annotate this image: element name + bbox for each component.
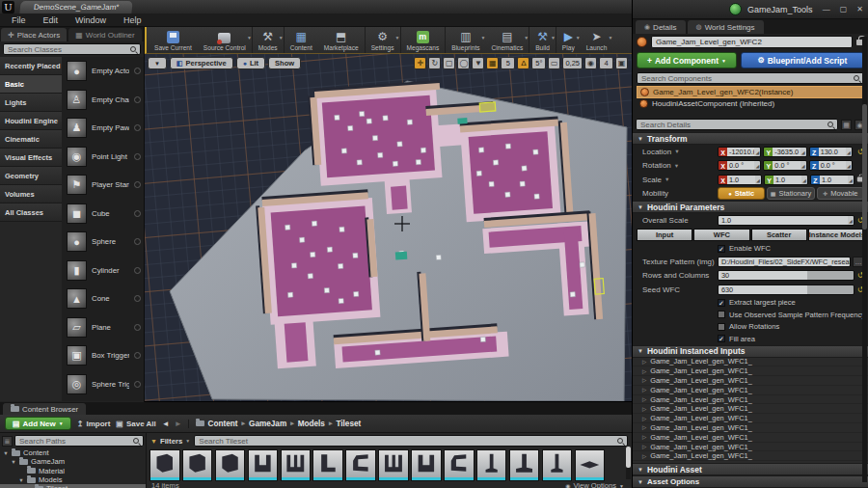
sources-toggle-icon[interactable]: ≣ bbox=[2, 436, 13, 447]
rows-columns-field[interactable]: 30 bbox=[718, 270, 854, 281]
parameter-tab-button[interactable]: Instance Models bbox=[808, 229, 864, 241]
instanced-input-row[interactable]: ▷ Game_Jam_Level_gen_WFC1_ bbox=[633, 366, 868, 376]
asset-thumbnail[interactable] bbox=[281, 449, 312, 481]
scale-tool-button[interactable]: ▢ bbox=[443, 57, 455, 69]
menu-item[interactable]: Help bbox=[116, 15, 149, 25]
asset-thumbnail[interactable] bbox=[182, 449, 213, 481]
expand-arrow-icon[interactable]: ▷ bbox=[642, 387, 646, 393]
minimize-button[interactable]: — bbox=[818, 5, 835, 14]
back-button[interactable]: ◄ bbox=[162, 420, 170, 428]
grid-snap-button[interactable]: ▦ bbox=[486, 57, 499, 69]
category-item[interactable]: Geometry bbox=[0, 167, 62, 185]
chevron-down-icon[interactable]: ▼ bbox=[247, 35, 252, 41]
lit-button[interactable]: ●Lit bbox=[236, 57, 265, 69]
level-viewport[interactable]: ▼ ◧Perspective ●Lit Show ✛ ↻ ▢ ◯ ▼ ▦ 5 Δ… bbox=[145, 54, 632, 402]
drag-grip-icon[interactable] bbox=[134, 68, 141, 74]
placeable-actor-row[interactable]: Empty Character bbox=[62, 86, 144, 115]
instanced-input-row[interactable]: ▷ Game_Jam_Level_gen_WFC1_ bbox=[633, 404, 868, 414]
placeable-actor-row[interactable]: Cube bbox=[62, 200, 144, 229]
expand-arrow-icon[interactable]: ▷ bbox=[642, 416, 646, 421]
rotate-tool-button[interactable]: ↻ bbox=[428, 57, 441, 69]
drag-grip-icon[interactable] bbox=[134, 352, 141, 359]
scale-y-field[interactable]: Y1.0◢ bbox=[764, 175, 808, 185]
property-matrix-icon[interactable]: ▦ bbox=[841, 120, 852, 130]
placeable-actor-row[interactable]: Cylinder bbox=[62, 257, 144, 285]
restore-button[interactable]: ▢ bbox=[835, 5, 853, 14]
surface-snap-button[interactable]: ▼ bbox=[472, 57, 484, 69]
tab-place-actors[interactable]: ✛ Place Actors bbox=[1, 28, 67, 41]
toolbar-button[interactable]: Marketplace ▼ bbox=[318, 27, 366, 53]
placeable-actor-row[interactable]: Empty Actor bbox=[62, 57, 144, 86]
tree-item-models[interactable]: ▼Models bbox=[0, 475, 146, 484]
instanced-input-row[interactable]: ▷ Game_Jam_Level_gen_WFC1_ bbox=[633, 376, 868, 386]
breadcrumb-item[interactable]: Models bbox=[298, 420, 325, 428]
seed-wfc-field[interactable]: 630 bbox=[718, 285, 854, 295]
parameter-tab-button[interactable]: Scatter bbox=[751, 229, 807, 241]
category-item[interactable]: Basic bbox=[0, 75, 62, 94]
expand-arrow-icon[interactable]: ▷ bbox=[642, 368, 646, 374]
mobility-option-button[interactable]: ▦ Stationary bbox=[767, 187, 814, 200]
drag-grip-icon[interactable] bbox=[134, 96, 141, 103]
instanced-input-row[interactable]: ▷ Game_Jam_Level_gen_WFC1_ bbox=[633, 443, 868, 452]
expand-arrow-icon[interactable]: ▷ bbox=[642, 424, 646, 430]
tree-item-tileset[interactable]: Tileset bbox=[0, 484, 146, 488]
perspective-button[interactable]: ◧Perspective bbox=[170, 57, 233, 69]
tab-details[interactable]: ◉Details bbox=[636, 20, 686, 34]
toolbar-button[interactable]: Build ▼ bbox=[529, 27, 556, 53]
asset-thumbnail[interactable] bbox=[312, 449, 343, 481]
import-button[interactable]: ↥Import bbox=[77, 420, 111, 428]
asset-thumbnail[interactable] bbox=[248, 449, 279, 481]
instanced-input-row[interactable]: ▷ Game_Jam_Level_gen_WFC1_ bbox=[633, 358, 868, 367]
option-checkbox[interactable] bbox=[718, 311, 725, 318]
parameter-tab-button[interactable]: WFC bbox=[693, 229, 749, 241]
placeable-actor-row[interactable]: Cone bbox=[62, 285, 144, 313]
asset-thumbnail[interactable] bbox=[149, 449, 180, 481]
rotation-z-field[interactable]: Z0.0 °◢ bbox=[809, 160, 853, 171]
placeable-actor-row[interactable]: Plane bbox=[62, 313, 144, 342]
content-browser-tab[interactable]: Content Browser bbox=[3, 403, 86, 415]
search-classes-input[interactable]: Search Classes bbox=[3, 43, 141, 55]
category-item[interactable]: Houdini Engine bbox=[0, 112, 62, 130]
drag-grip-icon[interactable] bbox=[134, 267, 141, 274]
toolbar-button[interactable]: Cinematics ▼ bbox=[486, 27, 530, 53]
menu-item[interactable]: Window bbox=[68, 15, 114, 25]
chevron-down-icon[interactable]: ▼ bbox=[524, 35, 529, 41]
menu-item[interactable]: Edit bbox=[36, 15, 67, 25]
search-components-input[interactable]: Search Components bbox=[637, 72, 864, 84]
asset-thumbnail[interactable] bbox=[542, 449, 573, 481]
tab-world-outliner[interactable]: ▦ World Outliner bbox=[68, 28, 142, 41]
instanced-input-row[interactable]: ▷ Game_Jam_Level_gen_WFC1_ bbox=[633, 414, 868, 423]
actor-name-field[interactable]: Game_Jam_Level_gen_WFC2 bbox=[651, 36, 853, 48]
overall-scale-field[interactable]: 1.0◢ bbox=[718, 215, 854, 226]
rotation-y-field[interactable]: Y0.0 °◢ bbox=[763, 160, 806, 171]
instanced-input-row[interactable]: ▷ Game_Jam_Level_gen_WFC1_ bbox=[633, 451, 868, 461]
asset-thumbnail[interactable] bbox=[444, 449, 475, 481]
category-item[interactable]: Volumes bbox=[0, 185, 62, 203]
placeable-actor-row[interactable]: Empty Pawn bbox=[62, 114, 144, 143]
placeable-actor-row[interactable]: Point Light bbox=[62, 143, 144, 172]
expand-arrow-icon[interactable]: ▷ bbox=[642, 377, 646, 383]
add-component-button[interactable]: + Add Component ▼ bbox=[637, 52, 737, 68]
placeable-actor-row[interactable]: Sphere bbox=[62, 228, 144, 257]
expand-arrow-icon[interactable]: ▷ bbox=[642, 396, 646, 402]
component-row[interactable]: HoudiniAssetComponent (Inherited) bbox=[637, 98, 864, 111]
grid-snap-value[interactable]: 5 bbox=[501, 57, 515, 69]
maximize-viewport-button[interactable]: ▣ bbox=[615, 57, 628, 69]
instanced-inputs-section-header[interactable]: ▼ Houdini Instanced Inputs bbox=[633, 345, 868, 358]
chevron-down-icon[interactable]: ▼ bbox=[551, 35, 556, 41]
houdini-parameters-section-header[interactable]: ▼ Houdini Parameters bbox=[633, 201, 868, 213]
close-button[interactable]: ✕ bbox=[852, 5, 868, 14]
category-item[interactable]: Lights bbox=[0, 94, 62, 112]
document-tab[interactable]: DemoScene_GameJam* bbox=[19, 1, 133, 14]
option-checkbox[interactable] bbox=[718, 335, 725, 342]
search-assets-input[interactable]: Search Tileset bbox=[194, 435, 628, 447]
houdini-asset-section-header[interactable]: ▼ Houdini Asset bbox=[633, 463, 868, 475]
chevron-down-icon[interactable]: ▼ bbox=[674, 149, 679, 154]
chevron-down-icon[interactable]: ▼ bbox=[674, 163, 679, 169]
instanced-input-row[interactable]: ▷ Game_Jam_Level_gen_WFC1_ bbox=[633, 395, 868, 405]
tree-item-gamejam[interactable]: ▼GameJam bbox=[0, 457, 146, 466]
asset-thumbnail[interactable] bbox=[476, 449, 507, 481]
drag-grip-icon[interactable] bbox=[134, 295, 141, 302]
option-checkbox[interactable] bbox=[718, 323, 725, 331]
placeable-actor-row[interactable]: Sphere Trigger bbox=[62, 370, 144, 399]
